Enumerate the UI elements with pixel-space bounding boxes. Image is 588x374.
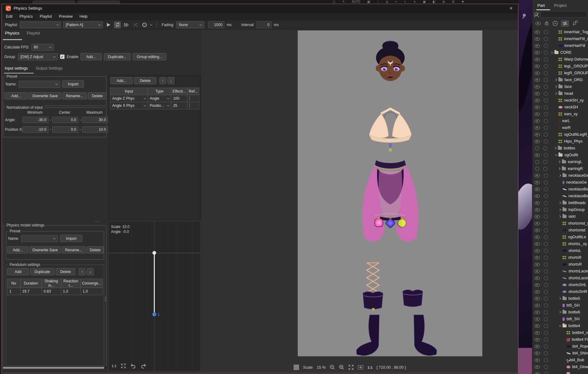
search-disabled-icon[interactable] (534, 12, 540, 18)
visibility-eye-icon[interactable] (535, 311, 540, 314)
tab-input-settings[interactable]: Input settings (5, 66, 28, 71)
visibility-eye-icon[interactable] (535, 290, 540, 294)
record-button[interactable] (141, 21, 148, 28)
part-row[interactable]: shortsLaceR (532, 275, 588, 281)
lock-state-icon[interactable] (544, 235, 548, 239)
visibility-eye-icon[interactable] (535, 358, 540, 362)
part-row[interactable]: earringR (532, 165, 588, 172)
visibility-eye-icon[interactable] (535, 222, 540, 225)
effectiveness-value[interactable]: 25 (171, 102, 187, 109)
group-duplicate-button[interactable]: Duplicate... (104, 53, 131, 60)
visibility-eye-icon[interactable] (535, 208, 540, 212)
tab-physics[interactable]: Physics (5, 31, 20, 35)
part-row[interactable]: bottle4 Fill (532, 336, 588, 343)
angle-min-input[interactable]: -30.0 (22, 117, 48, 123)
visibility-eye-icon[interactable] (535, 372, 540, 374)
ref-checkbox[interactable] (189, 96, 190, 101)
part-row[interactable]: bottles (532, 145, 588, 152)
angle-max-input[interactable]: 30.0 (82, 117, 108, 123)
col-ref[interactable]: Ref... (187, 88, 199, 95)
part-row[interactable]: Hips_Phys (532, 138, 588, 145)
posx-center-input[interactable]: 0.0 (52, 126, 78, 133)
app-toolbar-icon[interactable]: ✚ (462, 0, 464, 4)
lock-state-icon[interactable] (544, 153, 548, 157)
app-toolbar-icon[interactable]: ◧ (433, 0, 435, 4)
record-options-chevron-icon[interactable] (150, 23, 152, 25)
part-row[interactable]: necklaceGe (532, 179, 588, 186)
part-row[interactable]: ogOutfitLe (532, 234, 588, 240)
part-row[interactable]: head (532, 90, 588, 97)
part-row[interactable]: bt4_Shine (532, 350, 588, 357)
visibility-eye-icon[interactable] (535, 188, 540, 191)
col-reaction[interactable]: Reaction t... (61, 279, 80, 288)
visibility-eye-icon[interactable] (535, 365, 540, 369)
lock-state-icon[interactable] (544, 269, 548, 273)
input-move-down-button[interactable]: ↓ (168, 77, 174, 84)
lock-state-icon[interactable] (544, 85, 548, 89)
visibility-eye-icon[interactable] (535, 112, 540, 116)
visibility-eye-icon[interactable] (535, 215, 540, 218)
model-preset-overwrite-button[interactable]: Overwrite Save (29, 246, 61, 253)
part-row[interactable]: shortsL (532, 247, 588, 254)
lock-state-icon[interactable] (544, 338, 548, 342)
lock-state-icon[interactable] (544, 228, 548, 232)
part-row[interactable]: neckSH_xy (532, 97, 588, 104)
visibility-eye-icon[interactable] (535, 283, 540, 287)
pendulum-move-down-button[interactable]: ↓ (87, 268, 94, 275)
visibility-off-icon[interactable] (535, 146, 539, 150)
visibility-eye-icon[interactable] (535, 44, 540, 48)
fading-select[interactable]: None (176, 21, 204, 28)
visibility-eye-icon[interactable] (535, 126, 540, 130)
ref-checkbox[interactable] (189, 103, 190, 108)
part-row[interactable]: ears_xy (532, 111, 588, 117)
lock-state-icon[interactable] (544, 194, 548, 198)
lock-state-icon[interactable] (544, 174, 548, 178)
visibility-eye-icon[interactable] (535, 235, 540, 239)
preset-name-select[interactable] (19, 81, 60, 88)
part-row[interactable]: shortsR (532, 254, 588, 261)
visibility-eye-icon[interactable] (535, 174, 540, 177)
lock-state-icon[interactable] (544, 331, 548, 335)
app-toolbar-icon[interactable]: ◎ (386, 0, 388, 4)
visibility-eye-icon[interactable] (535, 297, 540, 300)
lock-state-icon[interactable] (544, 297, 548, 301)
visibility-eye-icon[interactable] (535, 276, 540, 280)
lock-state-icon[interactable] (544, 303, 548, 308)
lock-state-icon[interactable] (544, 187, 548, 191)
input-select[interactable]: Angle Z Phys (112, 96, 146, 101)
part-row[interactable]: shortsmid (532, 227, 588, 234)
app-toolbar-icon[interactable]: ⌖ (395, 0, 397, 4)
app-toolbar-icon[interactable]: ∷ (377, 0, 379, 4)
part-row[interactable]: innerHair_Toggle (532, 29, 588, 35)
collapse-chevron-icon[interactable] (559, 324, 561, 326)
lock-state-icon[interactable] (544, 98, 548, 103)
playlist-select[interactable] (20, 21, 61, 28)
expand-chevron-icon[interactable] (554, 79, 557, 81)
visibility-eye-icon[interactable] (535, 106, 540, 109)
posx-min-input[interactable]: -10.0 (22, 126, 48, 133)
part-row[interactable]: ogOutfitLegR_ (532, 131, 588, 138)
input-select[interactable]: Angle X Phys (112, 103, 146, 108)
visibility-eye-icon[interactable] (535, 242, 540, 246)
lock-state-icon[interactable] (544, 133, 548, 137)
part-row[interactable]: Warp Deformer (532, 56, 588, 63)
lock-state-icon[interactable] (544, 92, 548, 96)
model-preset-add-button[interactable]: Add... (7, 246, 28, 253)
expand-chevron-icon[interactable] (558, 167, 560, 170)
part-row[interactable]: shortsL_xy (532, 240, 588, 247)
lock-state-icon[interactable] (544, 112, 548, 116)
input-add-button[interactable]: Add... (110, 77, 133, 84)
visibility-off-icon[interactable] (535, 167, 539, 171)
enable-checkbox[interactable]: ✓ (60, 54, 65, 59)
background-tab[interactable] (32, 1, 75, 4)
visibility-eye-icon[interactable] (535, 201, 540, 205)
preset-add-button[interactable]: Add... (4, 92, 28, 99)
visibility-eye-icon[interactable] (535, 324, 540, 328)
pendulum-bob[interactable] (152, 312, 156, 317)
lock-icon[interactable] (544, 21, 549, 25)
lock-state-icon[interactable] (544, 208, 548, 212)
color-swatch[interactable] (294, 365, 299, 370)
col-type[interactable]: Type (148, 88, 171, 95)
part-row[interactable]: earR (532, 124, 588, 131)
scale-value[interactable]: 15 % (317, 365, 326, 370)
